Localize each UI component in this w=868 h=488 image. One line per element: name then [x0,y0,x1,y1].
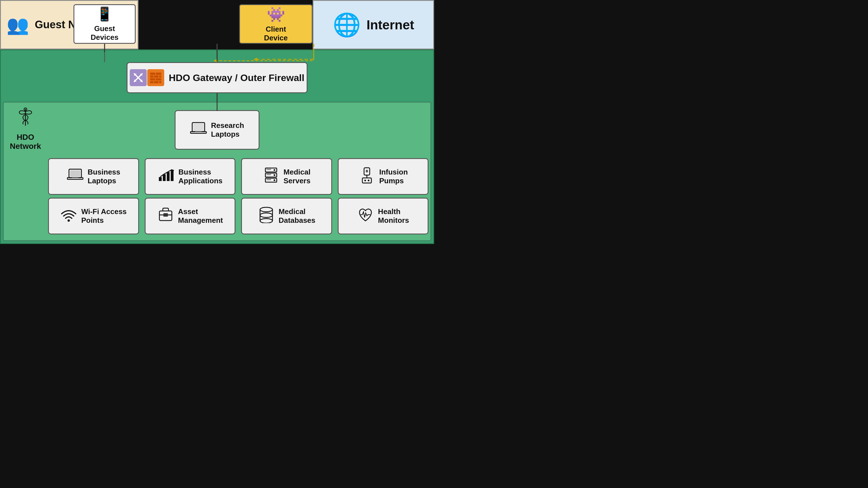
svg-rect-18 [154,75,159,78]
gateway-label: HDO Gateway / Outer Firewall [169,72,304,83]
infusion-pumps-label: InfusionPumps [379,168,408,185]
guest-devices-label: GuestDevices [91,24,118,42]
health-monitors-label: HealthMonitors [378,207,409,225]
wifi-access-points-label: Wi-Fi AccessPoints [81,207,127,225]
guest-devices-box: 📱 GuestDevices [73,4,136,44]
research-laptops-box: ResearchLaptops [175,110,259,150]
svg-rect-17 [150,75,153,78]
infusion-pumps-box: InfusionPumps [338,158,429,195]
medical-servers-label: MedicalServers [283,168,310,185]
business-laptops-box: BusinessLaptops [48,158,139,195]
server-icon [262,167,280,186]
chart-icon [157,168,175,185]
client-device-label: ClientDevice [264,25,288,42]
svg-rect-36 [163,174,166,181]
laptop-icon-research [190,121,207,139]
svg-point-62 [260,213,273,218]
svg-point-54 [366,170,368,172]
gateway-icons [130,69,164,86]
devices-row-1: BusinessLaptops BusinessApplications [48,158,429,195]
medical-servers-box: MedicalServers [241,158,332,195]
client-device-icon: 👾 [267,6,285,23]
guests-icon: 👥 [6,16,29,34]
svg-rect-48 [267,179,271,180]
laptop-icon-business [67,168,84,185]
internet-box: 🌐 Internet [313,0,434,50]
client-device-box: 👾 ClientDevice [239,4,313,44]
database-icon [258,207,275,225]
svg-rect-23 [154,81,159,83]
svg-rect-37 [167,172,169,181]
mobile-device-icon: 📱 [96,6,113,22]
svg-rect-20 [150,78,155,80]
business-laptops-label: BusinessLaptops [88,168,120,185]
medical-databases-box: MedicalDatabases [241,198,332,234]
svg-rect-42 [267,169,271,170]
svg-point-59 [260,207,273,212]
svg-rect-24 [159,81,161,83]
svg-rect-32 [70,170,80,176]
svg-rect-22 [150,81,153,83]
svg-point-52 [364,180,366,181]
svg-rect-30 [195,132,202,132]
svg-rect-35 [159,177,162,181]
caduceus-icon [17,107,34,130]
svg-rect-15 [150,73,155,75]
asset-management-box: AssetManagement [145,198,236,234]
svg-point-47 [274,179,275,181]
svg-point-65 [260,219,273,223]
tag-icon [157,207,174,225]
gateway-box: HDO Gateway / Outer Firewall [127,62,308,93]
svg-rect-19 [159,75,161,78]
svg-rect-28 [193,124,204,130]
svg-rect-51 [362,178,371,183]
hdo-network-label-box: HDONetwork [6,107,45,151]
medical-databases-label: MedicalDatabases [279,207,315,225]
svg-rect-16 [156,73,161,75]
internet-label: Internet [367,17,414,32]
svg-point-44 [274,174,275,176]
wifi-access-points-box: Wi-Fi AccessPoints [48,198,139,234]
heart-monitor-icon [357,207,374,225]
infusion-pump-icon [359,167,375,186]
hdo-network-text: HDONetwork [10,133,41,151]
svg-rect-34 [72,177,79,178]
svg-rect-45 [267,174,271,175]
devices-row-2: Wi-Fi AccessPoints AssetManagement [48,198,429,234]
svg-rect-58 [163,213,168,217]
asset-management-label: AssetManagement [178,207,223,225]
svg-point-53 [368,180,369,181]
firewall-brick-icon [147,69,164,86]
svg-point-41 [274,169,275,171]
globe-icon: 🌐 [333,11,361,38]
business-applications-label: BusinessApplications [178,168,222,185]
business-applications-box: BusinessApplications [145,158,236,195]
health-monitors-box: HealthMonitors [338,198,429,234]
wifi-icon [60,207,77,225]
svg-point-55 [67,220,70,222]
cross-arrow-icon [130,69,147,86]
research-laptops-label: ResearchLaptops [211,121,244,139]
svg-rect-21 [156,78,161,80]
